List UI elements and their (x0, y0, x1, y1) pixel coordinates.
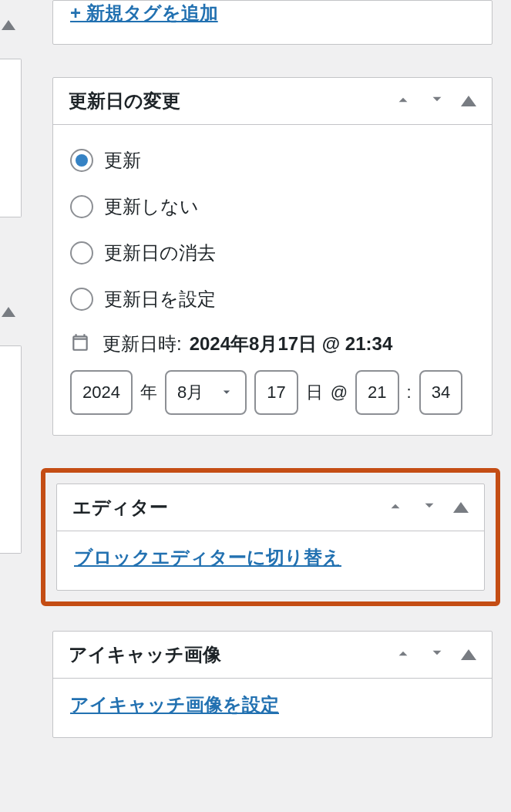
editor-panel: エディター ブロックエディターに切り替え (56, 483, 485, 591)
radio-label: 更新日を設定 (104, 287, 216, 312)
panel-controls (393, 643, 476, 666)
panel-toggle-icon[interactable] (453, 502, 469, 513)
add-tag-link[interactable]: + 新規タグを追加 (70, 2, 218, 23)
time-separator: : (407, 382, 412, 403)
panel-header[interactable]: アイキャッチ画像 (53, 632, 492, 679)
year-field[interactable]: 2024 (70, 370, 133, 415)
radio-label: 更新しない (104, 194, 199, 219)
panel-title: 更新日の変更 (69, 89, 180, 113)
featured-image-panel: アイキャッチ画像 アイキャッチ画像を設定 (52, 631, 493, 738)
chevron-up-icon[interactable] (393, 89, 413, 113)
minute-field[interactable]: 34 (419, 370, 462, 415)
tag-panel: + 新規タグを追加 (52, 0, 493, 45)
panel-body: ブロックエディターに切り替え (57, 531, 484, 590)
panel-title: アイキャッチ画像 (69, 642, 221, 667)
day-suffix: 日 (306, 381, 323, 404)
chevron-down-icon[interactable] (419, 496, 439, 519)
radio-icon (70, 149, 93, 172)
date-input-row: 2024 年 8月 17 日 @ 21 : 34 (70, 370, 475, 415)
panel-body: 更新 更新しない 更新日の消去 更新日を設定 更新日時: 2024年8月17日 … (53, 125, 492, 435)
highlight-frame: エディター ブロックエディターに切り替え (41, 468, 500, 606)
chevron-down-icon[interactable] (427, 89, 447, 113)
radio-label: 更新日の消去 (104, 241, 216, 265)
radio-icon (70, 241, 93, 264)
at-symbol: @ (331, 382, 348, 403)
switch-to-block-editor-link[interactable]: ブロックエディターに切り替え (74, 547, 341, 568)
radio-option-update[interactable]: 更新 (70, 148, 475, 173)
panel-controls (393, 89, 476, 113)
panel-header[interactable]: 更新日の変更 (53, 78, 492, 125)
radio-option-clear[interactable]: 更新日の消去 (70, 241, 475, 265)
chevron-up-icon[interactable] (385, 496, 405, 519)
datetime-value: 2024年8月17日 @ 21:34 (190, 332, 393, 356)
datetime-label: 更新日時: (103, 332, 182, 356)
panel-controls (385, 496, 469, 519)
radio-option-set[interactable]: 更新日を設定 (70, 287, 475, 312)
day-field[interactable]: 17 (254, 370, 298, 415)
panel-toggle-icon[interactable] (461, 96, 476, 106)
panel-toggle-icon (2, 307, 15, 317)
panel-toggle-icon[interactable] (461, 649, 476, 660)
datetime-display: 更新日時: 2024年8月17日 @ 21:34 (70, 332, 475, 356)
month-value: 8月 (177, 381, 203, 404)
partial-panel-edge (0, 59, 22, 217)
panel-header[interactable]: エディター (57, 484, 484, 531)
chevron-down-icon (219, 385, 234, 400)
calendar-icon (70, 332, 90, 355)
update-date-panel: 更新日の変更 更新 更新しない 更新日の消去 更新日を設定 更新日時: (52, 77, 493, 436)
set-featured-image-link[interactable]: アイキャッチ画像を設定 (70, 694, 279, 715)
chevron-down-icon[interactable] (427, 643, 447, 666)
year-suffix: 年 (140, 381, 157, 404)
radio-option-dont-update[interactable]: 更新しない (70, 194, 475, 219)
panel-title: エディター (72, 495, 168, 520)
panel-body: アイキャッチ画像を設定 (53, 679, 492, 737)
partial-panel-edge (0, 345, 22, 554)
panel-toggle-icon (2, 20, 15, 30)
hour-field[interactable]: 21 (355, 370, 398, 415)
radio-icon (70, 288, 93, 311)
radio-icon (70, 195, 93, 218)
chevron-up-icon[interactable] (393, 643, 413, 666)
month-select[interactable]: 8月 (165, 370, 247, 415)
radio-label: 更新 (104, 148, 141, 173)
